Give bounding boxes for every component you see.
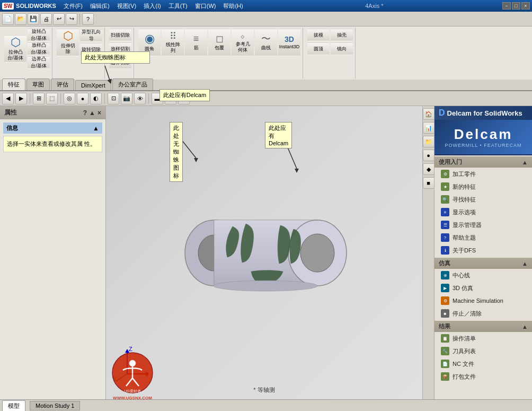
viewport[interactable]: 此处无蜘蛛图标 此处应有Delcam — [106, 106, 422, 399]
nav-folder-btn[interactable]: 📁 — [423, 136, 435, 147]
section-header-results[interactable]: 结果 ▲ — [435, 321, 532, 332]
display-style-1[interactable]: ◎ — [64, 93, 75, 104]
item-centerline[interactable]: ⊕ 中心线 — [435, 269, 532, 282]
menu-edit[interactable]: 编辑(E) — [87, 1, 113, 11]
nav-diamond-btn[interactable]: ◆ — [423, 163, 435, 175]
item-display-options[interactable]: ≡ 显示选项 — [435, 206, 532, 218]
redo-button[interactable]: ↪ — [66, 13, 77, 25]
menu-bar[interactable]: 文件(F) 编辑(E) 视图(V) 插入(I) 工具(T) 窗口(W) 帮助(H… — [60, 1, 246, 11]
boundary-boss-button[interactable]: 边界凸台/基体 — [28, 56, 50, 69]
menu-file[interactable]: 文件(F) — [60, 1, 86, 11]
rib-button[interactable]: ≡ 筋 — [185, 29, 207, 56]
item-new-feature[interactable]: ★ 新的特征 — [435, 180, 532, 193]
sw-logo: SW — [2, 3, 14, 10]
ribbon-group-boss: ⬡ 拉伸凸 台/基体 旋转凸 台/基体 放样凸台/基体 边界凸台/基体 — [2, 28, 52, 78]
main-content: 属性 ? ▲ × 信息 ▲ 选择一实体来查看或修改其属 性。 此处无蜘蛛图标 — [0, 106, 532, 399]
shell-button[interactable]: 抽壳 — [331, 29, 353, 41]
minimize-button[interactable]: − — [502, 2, 511, 10]
extrude-boss-button[interactable]: ⬡ 拉伸凸 台/基体 — [4, 35, 26, 63]
print-button[interactable]: 🖨 — [40, 13, 52, 25]
item-help-topic[interactable]: ? 帮助主题 — [435, 231, 532, 244]
tab-features[interactable]: 特征 — [2, 78, 25, 90]
save-button[interactable]: 💾 — [28, 13, 39, 25]
view-mode-2[interactable]: ⬚ — [46, 93, 58, 104]
item-display-manager[interactable]: ☰ 显示管理器 — [435, 218, 532, 231]
maximize-button[interactable]: □ — [512, 2, 520, 10]
wrap-button[interactable]: ◻ 包覆 — [208, 29, 230, 56]
view-btn-2[interactable]: ▶ — [15, 93, 27, 104]
revolve-boss-button[interactable]: 旋转凸 台/基体 — [28, 29, 50, 41]
help-button[interactable]: ? — [82, 13, 94, 25]
item-machine-part[interactable]: ⚙ 加工零件 — [435, 168, 532, 180]
hide-show-btn[interactable]: 👁 — [134, 93, 146, 104]
menu-tools[interactable]: 工具(T) — [165, 1, 191, 11]
tab-evaluate[interactable]: 评估 — [51, 78, 74, 90]
draft-button[interactable]: 拔模 — [307, 29, 330, 41]
menu-view[interactable]: 视图(V) — [114, 1, 140, 11]
nav-square-btn[interactable]: ■ — [423, 177, 435, 189]
nav-chart-btn[interactable]: 📊 — [423, 122, 435, 134]
menu-help[interactable]: 帮助(H) — [220, 1, 246, 11]
nav-circle-btn[interactable]: ● — [423, 150, 435, 161]
item-about-dfs[interactable]: ℹ 关于DFS — [435, 244, 532, 257]
open-button[interactable]: 📂 — [15, 13, 26, 25]
tab-office[interactable]: 办公室产品 此处无蜘蛛图标 — [112, 78, 153, 90]
display-style-3[interactable]: ◐ — [90, 93, 102, 104]
section-intro-arrow: ▲ — [522, 159, 528, 165]
curves-button[interactable]: 〜 曲线 — [255, 29, 277, 56]
item-stop-clear[interactable]: ■ 停止／清除 — [435, 307, 532, 320]
section-results-items: 📋 操作清单 🔧 刀具列表 📄 NC 文件 📦 打包文件 — [435, 332, 532, 383]
sweep-cut-button[interactable]: 扫描切除 — [109, 29, 131, 41]
section-header-intro[interactable]: 使用入门 ▲ — [435, 156, 532, 168]
axis-display: 4Axis * — [246, 3, 502, 9]
item-3d-sim[interactable]: ▶ 3D 仿真 — [435, 282, 532, 294]
camera-btn[interactable]: 📷 — [121, 93, 132, 104]
undo-button[interactable]: ↩ — [53, 13, 65, 25]
close-button[interactable]: × — [521, 2, 530, 10]
item-package-file[interactable]: 📦 打包文件 — [435, 370, 532, 383]
item-tool-list[interactable]: 🔧 刀具列表 — [435, 345, 532, 357]
menu-window[interactable]: 窗口(W) — [192, 1, 219, 11]
item-machine-sim[interactable]: ⚙ Machine Simulation — [435, 294, 532, 307]
display-style-2[interactable]: ● — [77, 93, 88, 104]
tab-sketch[interactable]: 草图 — [26, 78, 50, 90]
status-tab-motion[interactable]: Motion Study 1 — [30, 401, 80, 410]
reference-geometry-button[interactable]: ⬦ 参考几何体 — [232, 29, 254, 56]
extrude-cut-button[interactable]: ⬡ 拉伸切除 — [57, 29, 79, 56]
view-mode-1[interactable]: ⊞ — [33, 93, 45, 104]
section-results-label: 结果 — [439, 322, 450, 330]
item-nc-file[interactable]: 📄 NC 文件 — [435, 357, 532, 370]
svg-point-10 — [300, 234, 334, 272]
view-btn-1[interactable]: ◀ — [2, 93, 14, 104]
item-find-feature[interactable]: 🔍 寻找特征 — [435, 193, 532, 206]
sep4 — [148, 93, 149, 104]
section-view-btn[interactable]: ⊡ — [108, 93, 119, 104]
section-header-sim[interactable]: 仿真 ▲ — [435, 258, 532, 269]
help-topic-icon: ? — [441, 233, 449, 242]
loft-boss-button[interactable]: 放样凸台/基体 — [28, 42, 50, 55]
instant3d-button[interactable]: 3D Instant3D — [278, 29, 300, 56]
tab-dimxpert[interactable]: DimXpert — [75, 80, 111, 90]
panel-help-btn[interactable]: ? — [83, 109, 87, 117]
rib-icon: ≡ — [193, 34, 199, 43]
mirror-button[interactable]: 镜向 — [331, 42, 353, 55]
dome-button[interactable]: 圆顶 — [307, 42, 330, 55]
ref-geom-icon: ⬦ — [240, 32, 245, 40]
3d-sim-label: 3D 仿真 — [453, 284, 473, 292]
linear-pattern-button[interactable]: ⠿ 线性阵列 — [162, 29, 184, 56]
right-panel-wrapper: 🏠 📊 📁 ● ◆ ■ D Delcam for SolidWorks Delc… — [422, 106, 532, 399]
info-expand-btn[interactable]: ▲ — [93, 125, 99, 132]
annotation-no-spider: 此处无蜘蛛图标 — [81, 51, 150, 64]
menu-insert[interactable]: 插入(I) — [140, 1, 164, 11]
status-tab-model[interactable]: 模型 — [2, 400, 25, 411]
no-spider-label: 此处无蜘蛛图标 — [170, 122, 183, 182]
window-controls[interactable]: − □ × — [502, 2, 530, 10]
panel-expand-btn[interactable]: ▲ — [89, 109, 95, 117]
nav-home-btn[interactable]: 🏠 — [423, 108, 435, 120]
delcam-panel: D Delcam for SolidWorks Delcam POWERMILL… — [434, 106, 532, 399]
hole-wizard-button[interactable]: 异型孔向导 — [80, 29, 102, 42]
panel-close-btn[interactable]: × — [97, 109, 101, 117]
item-op-list[interactable]: 📋 操作清单 — [435, 332, 532, 345]
new-button[interactable]: 📄 — [2, 13, 14, 25]
watermark-svg: UG爱好者 — [111, 352, 154, 394]
